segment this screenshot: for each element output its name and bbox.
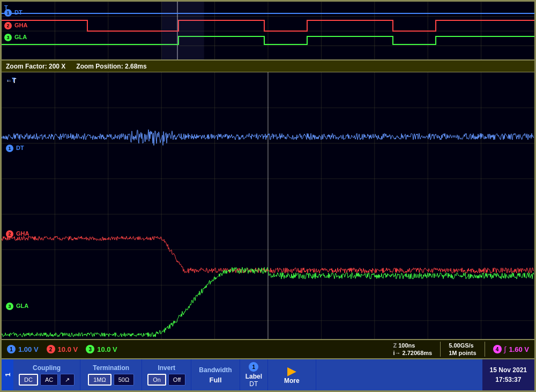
coupling-dc-button[interactable]: DC (19, 374, 38, 386)
divider1 (440, 342, 441, 357)
zoom-info-bar: Zoom Factor: 200 X Zoom Position: 2.68ms (2, 61, 534, 72)
top-ch3-label: 3 GLA (4, 34, 27, 41)
ch4-symbol: ∫ (504, 345, 507, 353)
ch2-voltage: 10.0 V (58, 345, 78, 353)
overview-waveform: T 1 DT 2 GHA 3 GLA (2, 2, 534, 61)
invert-label: Invert (158, 364, 175, 372)
channel-indicator: 1 (2, 359, 13, 390)
main-ch3-label: 3 GLA (6, 303, 28, 310)
coupling-gnd-button[interactable]: ↗ (60, 374, 75, 386)
main-ch1-label: 1 DT (6, 145, 24, 152)
termination-buttons: 1MΩ 50Ω (88, 374, 134, 386)
time-div-info: Z 100ns i→ 2.72068ms (393, 342, 432, 357)
measurement-bar: 1 1.00 V 2 10.0 V 3 10.0 V Z 100ns i→ 2.… (2, 340, 534, 359)
coupling-label: Coupling (33, 364, 61, 372)
oscilloscope-display: T 1 DT 2 GHA 3 GLA Zoom Factor: 200 X Zo… (0, 0, 536, 392)
ch2-measurement: 2 10.0 V (47, 345, 78, 353)
termination-1m-button[interactable]: 1MΩ (88, 374, 111, 386)
ch1-number: 1 (7, 345, 16, 353)
coupling-buttons: DC AC ↗ (19, 374, 75, 386)
more-group[interactable]: ▶ More (268, 359, 316, 390)
date-display: 15 Nov 2021 (490, 365, 527, 375)
ch4-measurement: 4 ∫ 1.60 V (493, 345, 529, 353)
label-ctrl-label: Label (245, 373, 262, 380)
ch3-number: 3 (86, 345, 94, 353)
bandwidth-value: Full (209, 376, 221, 384)
invert-buttons: On Off (147, 374, 185, 386)
more-label: More (284, 377, 300, 385)
label-ch-number: 1 (249, 362, 258, 372)
bandwidth-group: Bandwidth Full (191, 359, 240, 390)
invert-off-button[interactable]: Off (168, 374, 185, 386)
invert-on-button[interactable]: On (147, 374, 166, 386)
zoom-position: Zoom Position: 2.68ms (76, 63, 146, 70)
coupling-group: Coupling DC AC ↗ (13, 359, 80, 390)
divider2 (485, 342, 485, 357)
label-group[interactable]: 1 Label DT (240, 359, 268, 390)
ch4-number: 4 (493, 345, 502, 353)
termination-group: Termination 1MΩ 50Ω (80, 359, 142, 390)
main-t-label: ←T (6, 77, 16, 83)
ch3-voltage: 10.0 V (97, 345, 117, 353)
controls-bar: 1 Coupling DC AC ↗ Termination 1MΩ 50Ω I… (2, 359, 534, 390)
sample-rate-info: 5.00GS/s 1M points (449, 342, 476, 357)
ch3-measurement: 3 10.0 V (86, 345, 117, 353)
ch4-value: 1.60 V (509, 345, 529, 353)
label-ctrl-value: DT (249, 380, 258, 388)
coupling-ac-button[interactable]: AC (40, 374, 58, 386)
right-measurements: Z 100ns i→ 2.72068ms 5.00GS/s 1M points … (393, 342, 529, 357)
zoom-factor: Zoom Factor: 200 X (6, 63, 65, 70)
termination-label: Termination (93, 364, 129, 372)
main-waveform: ←T 1 DT 2 GHA 3 GLA (2, 72, 534, 340)
ch1-measurement: 1 1.00 V (7, 345, 39, 353)
invert-group: Invert On Off (142, 359, 191, 390)
main-ch2-label: 2 GHA (6, 230, 29, 238)
top-ch1-label: 1 DT (4, 9, 23, 17)
time-display: 17:53:37 (495, 375, 521, 385)
termination-50-button[interactable]: 50Ω (114, 374, 134, 386)
ch2-number: 2 (47, 345, 55, 353)
more-arrow-icon: ▶ (287, 365, 296, 377)
ch1-voltage: 1.00 V (18, 345, 39, 353)
top-ch2-label: 2 GHA (4, 22, 28, 29)
datetime-group: 15 Nov 2021 17:53:37 (482, 359, 534, 390)
bandwidth-label: Bandwidth (199, 366, 232, 374)
